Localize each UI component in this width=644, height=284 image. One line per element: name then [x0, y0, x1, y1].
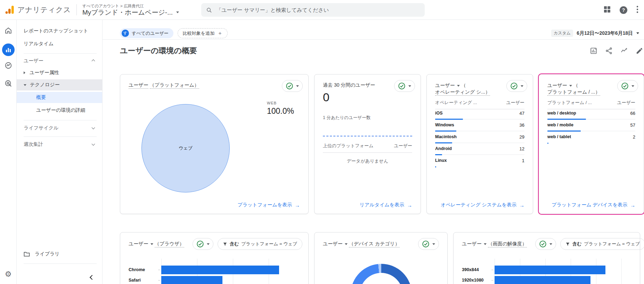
device-category-donut-chart[interactable] — [351, 264, 412, 284]
sidebar-section-user[interactable]: ユーザー — [17, 55, 102, 66]
search-bar[interactable] — [201, 3, 425, 17]
bar-row: 1920x1080 — [462, 275, 631, 284]
date-range-selector[interactable]: カスタム 6月12日〜2023年6月18日 — [551, 30, 639, 37]
card-title: ユーザー（ オペレーティング シ...） — [435, 82, 490, 95]
pie-legend: WEB 100.0% — [267, 101, 294, 116]
sidebar-section-weekly[interactable]: 週次集計 — [17, 139, 102, 150]
filter-icon — [565, 242, 570, 246]
sidebar-section-lifecycle[interactable]: ライフサイクル — [17, 123, 102, 134]
data-quality-dropdown[interactable] — [418, 238, 439, 250]
realtime-sparkline — [323, 136, 412, 136]
plus-icon: ＋ — [217, 30, 222, 37]
grid-apps-icon[interactable] — [604, 6, 611, 14]
row-bar — [547, 143, 548, 144]
sidebar-item-technology[interactable]: テクノロジー — [17, 79, 102, 90]
bar — [161, 276, 222, 284]
property-name: Myブランド・ホームページ-... — [82, 8, 173, 16]
add-comparison-chip[interactable]: 比較対象を追加 ＋ — [178, 28, 228, 38]
data-quality-dropdown[interactable] — [617, 80, 638, 92]
sidebar-item-overview[interactable]: 概要 — [17, 92, 102, 103]
chevron-down-icon — [345, 243, 348, 245]
card-users-by-screen-resolution: ユーザー（画面の解像度） 含む プラットフォーム = ウェブ — [453, 232, 640, 284]
analytics-logo[interactable]: アナリティクス — [5, 5, 71, 15]
page-title: ユーザーの環境の概要 — [120, 46, 197, 56]
settings-gear-icon[interactable]: ⚙ — [5, 270, 12, 278]
card-users-by-platform: ユーザー （プラットフォーム） WEB 100.0% ウェブ プラットフォームを… — [120, 74, 309, 214]
dimension-row: web / mobile57 — [547, 119, 635, 131]
view-platforms-link[interactable]: プラットフォームを表示 → — [237, 202, 300, 208]
help-icon[interactable]: ? — [620, 6, 627, 14]
bar-row: Chrome — [129, 265, 300, 275]
card-title: ユーザー（ プラットフォーム / ...） — [547, 82, 600, 95]
chevron-down-icon — [408, 85, 411, 87]
sidebar-item-tech-details[interactable]: ユーザーの環境の詳細 — [17, 105, 102, 116]
data-quality-dropdown[interactable] — [193, 238, 213, 250]
chevron-down-icon — [207, 243, 210, 245]
bar-row: 390x844 — [462, 265, 631, 275]
card-users-by-device-category: ユーザー（デバイス カテゴリ） — [314, 232, 448, 284]
share-icon[interactable] — [605, 47, 613, 56]
sidebar-item-realtime[interactable]: リアルタイム — [17, 38, 102, 49]
view-platform-devices-link[interactable]: プラットフォーム デバイスを表示 → — [552, 202, 635, 208]
kebab-menu-icon[interactable] — [636, 6, 638, 15]
check-circle-icon — [621, 82, 629, 90]
realtime-subtitle: 1 分あたりのユーザー数 — [323, 115, 370, 121]
screen-resolution-bar-chart: 390x8441920x1080 — [454, 265, 640, 284]
check-circle-icon — [398, 82, 406, 90]
realtime-table-header: 上位のプラットフォーム ユーザー — [323, 143, 412, 153]
insights-icon[interactable] — [620, 47, 628, 56]
customize-report-icon[interactable] — [590, 47, 597, 56]
advertising-icon[interactable] — [5, 80, 12, 87]
product-name: アナリティクス — [17, 5, 71, 15]
ga-analytics-app: { "topbar": { "product_name": "アナリティクス",… — [0, 0, 644, 284]
collapse-sidebar-icon[interactable] — [90, 275, 95, 280]
dimension-row: web / tablet2 — [547, 131, 635, 143]
search-icon — [206, 7, 212, 13]
analytics-logo-icon — [5, 5, 14, 14]
platform-pie-bubble[interactable]: ウェブ — [141, 104, 230, 192]
card-title: ユーザー（画面の解像度） — [462, 241, 527, 247]
data-quality-dropdown[interactable] — [535, 238, 556, 250]
main-content: す すべてのユーザー 比較対象を追加 ＋ カスタム 6月12日〜2023年6月1… — [103, 20, 644, 284]
bar-row: Safari — [129, 275, 300, 284]
chevron-down-icon — [176, 11, 179, 13]
report-sidebar: レポートのスナップショット リアルタイム ユーザー ユーザー属性 テクノロジー … — [17, 20, 103, 284]
breadcrumb: すべてのアカウント > 広路貴代江 — [82, 3, 179, 8]
account-switcher[interactable]: すべてのアカウント > 広路貴代江 Myブランド・ホームページ-... — [82, 3, 179, 16]
sidebar-divider — [24, 263, 97, 264]
chevron-down-icon — [432, 243, 435, 245]
explore-icon[interactable] — [5, 62, 12, 69]
sidebar-divider — [24, 120, 97, 120]
card-title: 過去 30 分間のユーザー — [323, 82, 375, 88]
check-circle-icon — [422, 240, 430, 248]
card-users-by-platform-device: ユーザー（ プラットフォーム / ...） プラットフォーム / ... ユーザ… — [539, 74, 644, 214]
folder-icon — [24, 251, 30, 257]
top-bar: アナリティクス すべてのアカウント > 広路貴代江 Myブランド・ホームページ-… — [0, 0, 644, 20]
reports-icon[interactable] — [2, 44, 15, 56]
chevron-up-icon — [92, 59, 95, 63]
browser-bar-chart: ChromeSafari — [120, 265, 308, 284]
search-input[interactable] — [216, 7, 420, 13]
sidebar-item-user-attributes[interactable]: ユーザー属性 — [17, 67, 102, 78]
filter-chip[interactable]: 含む プラットフォーム = ウェブ — [218, 238, 302, 250]
home-icon[interactable] — [5, 27, 12, 34]
filter-chip[interactable]: 含む プラットフォーム = ウェブ — [560, 238, 644, 250]
sidebar-item-library[interactable]: ライブラリ — [17, 248, 102, 260]
view-operating-systems-link[interactable]: オペレーティング システムを表示 → — [441, 202, 524, 208]
data-quality-dropdown[interactable] — [394, 80, 415, 92]
filter-icon — [223, 242, 227, 246]
edit-pencil-icon[interactable] — [636, 47, 643, 56]
triangle-down-icon — [24, 84, 26, 86]
view-realtime-link[interactable]: リアルタイムを表示 → — [360, 202, 412, 208]
sidebar-divider — [24, 136, 97, 137]
chevron-down-icon — [521, 85, 523, 87]
all-users-segment-chip[interactable]: す すべてのユーザー — [120, 28, 173, 38]
card-users-by-browser: ユーザー（ブラウザ） 含む プラットフォーム = ウェブ — [120, 232, 309, 284]
arrow-right-icon: → — [519, 202, 524, 208]
arrow-right-icon: → — [295, 202, 300, 208]
sidebar-divider — [24, 53, 97, 54]
data-quality-dropdown[interactable] — [506, 80, 527, 92]
sidebar-item-snapshot[interactable]: レポートのスナップショット — [17, 25, 102, 37]
chevron-down-icon — [636, 32, 639, 34]
data-quality-dropdown[interactable] — [282, 80, 303, 92]
